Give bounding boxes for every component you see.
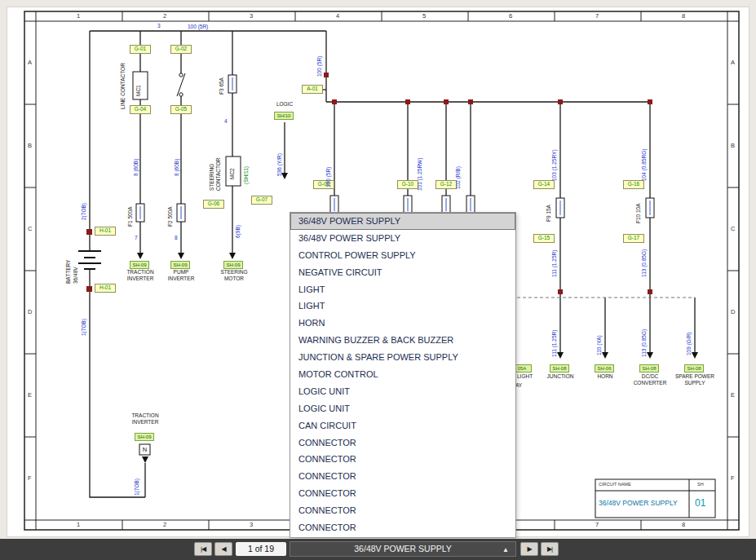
wire-label: 111 (1.25R)	[551, 323, 558, 357]
dropdown-item[interactable]: JUNCTION & SPARE POWER SUPPLY	[290, 349, 515, 366]
component-label: TRACTION INVERTER	[129, 412, 161, 426]
grid-col-label: 6	[509, 12, 512, 20]
dropdown-item[interactable]: CONNECTOR	[290, 519, 515, 536]
circuit-select-label: 36/48V POWER SUPPLY	[354, 544, 451, 553]
fuse-label: F3 65A	[219, 72, 225, 95]
wire-label: 100 (5R)	[325, 157, 332, 187]
dropdown-item[interactable]: 36/48V POWER SUPPLY	[290, 230, 515, 247]
connector-label: H-01	[95, 227, 116, 236]
wire-label: 102 (R/B)	[455, 157, 462, 189]
title-block-sh-label: SH	[697, 482, 704, 487]
dropdown-item[interactable]: LIGHT	[290, 281, 515, 298]
dropdown-item[interactable]: CONNECTOR	[290, 434, 515, 452]
wire-label: 7	[135, 235, 138, 240]
component-label: (SH/11)	[243, 153, 250, 184]
first-page-button[interactable]: |◀	[194, 542, 212, 556]
page-indicator: 1 of 19	[236, 542, 286, 556]
diagram-page: CIRCUIT NAME SH 36/48V POWER SUPPLY 01 3…	[0, 0, 756, 560]
component-label: LIGHT	[517, 373, 545, 380]
connector-label: G-06	[203, 200, 224, 209]
component-label: HORN	[589, 373, 621, 380]
wire-label: 100 (5R)	[188, 24, 208, 29]
fuse-elements	[140, 77, 650, 219]
dropdown-item[interactable]: CONNECTOR	[290, 502, 515, 519]
component-label: STEERING	[209, 150, 215, 191]
grid-row-label: E	[28, 391, 32, 399]
grid-col-label: 7	[595, 12, 599, 20]
dropdown-item[interactable]: CAN CIRCUIT	[290, 417, 515, 434]
wire-label: 1(7OB)	[134, 471, 140, 496]
wire-label: 2(7OB)	[81, 194, 87, 220]
wire-label: 8	[175, 235, 178, 240]
grid-row-label: D	[731, 308, 735, 315]
dropdown-item[interactable]: CONNECTOR	[290, 485, 515, 502]
dropdown-item[interactable]: WARNING BUZZER & BACK BUZZER	[290, 332, 515, 349]
dropdown-item[interactable]: HORN	[290, 315, 515, 332]
grid-col-label: 3	[250, 521, 253, 528]
wire-label: 100 (5R)	[316, 46, 323, 77]
fuse-label: F10 10A	[635, 199, 642, 223]
sheet-ref-label: SH-08	[684, 364, 704, 373]
wire-label: 6(9B)	[235, 215, 241, 238]
component-label: JUNCTION	[544, 373, 577, 380]
battery-symbol	[78, 251, 101, 269]
dropdown-item[interactable]: 36/48V POWER SUPPLY	[290, 213, 515, 230]
connector-label: G-07	[251, 196, 272, 205]
dropdown-item[interactable]: CONTROL POWER SUPPLY	[290, 247, 515, 264]
grid-col-label: 2	[163, 12, 166, 20]
wire-label: 8 (60B)	[133, 152, 139, 176]
connector-label: G-05	[170, 105, 192, 114]
dropdown-item[interactable]: NEGATIVE CIRCUIT	[290, 264, 515, 281]
component-label: SPARE POWER SUPPLY	[674, 373, 716, 387]
component-label: LINE CONTACTOR	[120, 62, 126, 109]
grid-row-label: B	[28, 142, 32, 149]
dropdown-item[interactable]: LOGIC UNIT	[290, 383, 515, 400]
sheet-ref-label: SH-09	[135, 433, 154, 441]
connector-label: G-17	[623, 234, 644, 243]
wire-label: 110 (YA)	[596, 328, 603, 355]
dropdown-item[interactable]: MOTOR CONTROL	[290, 366, 515, 383]
sheet-ref-label: SH-09	[130, 261, 149, 269]
grid-row-label: C	[28, 225, 32, 232]
connector-label: G-14	[533, 180, 555, 189]
grid-row-label: E	[731, 391, 735, 399]
dropdown-item[interactable]: CONNECTOR	[290, 468, 515, 485]
last-page-button[interactable]: ▶|	[541, 542, 559, 556]
grid-col-label: 8	[682, 521, 685, 528]
fuse-label: F9 15A	[546, 199, 552, 222]
sheet-ref-label: SH/10	[274, 112, 294, 120]
grid-row-label: B	[731, 142, 735, 149]
component-label: CONTACTOR	[215, 150, 222, 191]
grid-row-label: D	[28, 308, 32, 315]
component-label: MC1	[135, 75, 142, 96]
grid-col-label: 5	[422, 12, 426, 20]
wire-label: 109 (G/R)	[686, 326, 692, 355]
circuit-viewer-window: { "grid": {"cols":["1","2","3","4","5","…	[0, 0, 756, 560]
dropdown-item[interactable]: LOGIC UNIT	[290, 400, 515, 417]
dropdown-item[interactable]: LIGHT	[290, 298, 515, 315]
grid-row-label: A	[28, 59, 32, 66]
sheet-ref-label: SH-08	[639, 364, 659, 373]
wire-label: 113 (0.85G)	[641, 243, 648, 277]
collapse-arrow-icon: ▲	[502, 542, 509, 558]
wire-label: 536 (Y/R)	[276, 142, 283, 176]
connector-label: G-12	[435, 180, 457, 189]
component-label: N	[139, 444, 150, 455]
previous-page-button[interactable]: ◀	[214, 542, 232, 556]
sheet-ref-label: SH-08	[550, 364, 569, 373]
circuit-select-button[interactable]: 36/48V POWER SUPPLY ▲	[290, 541, 516, 557]
bottom-toolbar: |◀ ◀ 1 of 19 36/48V POWER SUPPLY ▲ ▶ ▶|	[0, 539, 756, 560]
wire-label: 1(7OB)	[81, 310, 87, 336]
component-label: 36/48V	[73, 243, 79, 284]
title-block-name-label: CIRCUIT NAME	[599, 482, 631, 487]
grid-col-label: 8	[682, 12, 685, 20]
connector-label: G-16	[623, 180, 644, 189]
component-label: TRACTION INVERTER	[124, 269, 157, 283]
dropdown-item[interactable]: CONNECTOR	[290, 451, 515, 468]
next-page-button[interactable]: ▶	[520, 542, 538, 556]
fuse-label: F1 500A	[127, 202, 134, 227]
grid-col-label: 4	[336, 12, 339, 20]
wire-label: 104 (0.85RG)	[641, 143, 648, 181]
grid-col-label: 2	[163, 521, 166, 528]
wire-label: 111 (1.25R)	[551, 243, 558, 277]
